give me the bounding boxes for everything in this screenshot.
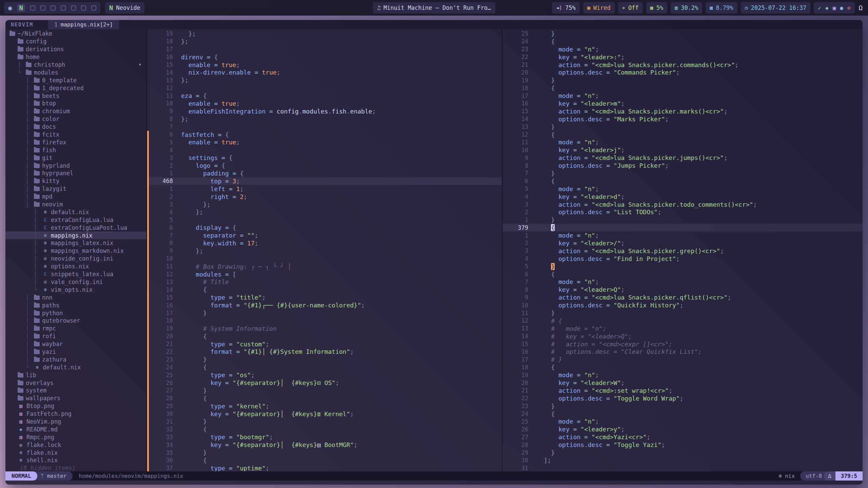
tree-item-git[interactable]: │git — [5, 154, 146, 162]
code-line[interactable]: 29 type = "kernel"; — [147, 402, 502, 410]
tree-item-default-nix[interactable]: └❄default.nix — [5, 363, 146, 371]
tree-item-extraconfigluapost-lua[interactable]: │☾extraConfigLuaPost.lua — [5, 224, 146, 231]
tree-item-mappings-nix[interactable]: │❄mappings.nix — [5, 231, 146, 239]
code-line[interactable]: 3 action = "<cmd>lua Snacks.picker.todo_… — [502, 201, 863, 208]
code-line[interactable]: 5 — [147, 216, 502, 224]
tree-item-derivations[interactable]: derivations — [5, 45, 146, 53]
tree-item-btop[interactable]: │btop — [5, 100, 146, 107]
code-line[interactable]: 1 padding = { — [147, 169, 502, 177]
code-line[interactable]: 379 { — [502, 224, 863, 231]
status-ok-icon[interactable]: ✓ — [818, 5, 821, 11]
tab-mappings-nix[interactable]: 1 mappings.nix[2+] — [48, 20, 119, 29]
code-line[interactable]: 24 { — [147, 363, 502, 371]
tree-item-lazygit[interactable]: │lazygit — [5, 185, 146, 193]
code-line[interactable]: 9 }; — [147, 247, 502, 255]
code-line[interactable]: 6fastfetch = { — [147, 131, 502, 139]
code-line[interactable]: 12 { — [502, 131, 863, 139]
tree-item-neovim[interactable]: │neovim — [5, 201, 146, 208]
code-line[interactable]: 37 type = "uptime"; — [147, 464, 502, 471]
tree-item-rofi[interactable]: │rofi — [5, 332, 146, 340]
code-line[interactable]: 22 key = "<leader>:"; — [502, 53, 863, 61]
code-line[interactable]: 30 key = "{#separator}│ {#keys}≣ Kernel"… — [147, 410, 502, 418]
code-line[interactable]: 7 — [147, 123, 502, 131]
code-line[interactable]: 13}; — [147, 76, 502, 84]
code-line[interactable]: 6 { — [502, 270, 863, 278]
tree-item-flake-lock[interactable]: ◍flake.lock — [5, 441, 146, 449]
tree-item-modules[interactable]: └modules — [5, 68, 146, 76]
code-line[interactable]: 30 ]; — [502, 456, 863, 464]
stat-disk[interactable]: ▩8.79% — [706, 2, 737, 14]
code-line[interactable]: 21 action = "<cmd>:set wrap!<cr>"; — [502, 387, 863, 394]
code-line[interactable]: 22 format = "{#1}│ {#}System Information… — [147, 348, 502, 356]
code-line[interactable]: 10 options.desc = "Quickfix History"; — [502, 301, 863, 309]
tree-item-nixflake[interactable]: ~/NixFlake — [5, 30, 146, 38]
code-line[interactable]: 25 mode = "n"; — [502, 418, 863, 426]
tree-item-config[interactable]: config — [5, 38, 146, 45]
code-line[interactable]: 17 mode = "n"; — [502, 92, 863, 100]
code-line[interactable]: 31 } — [147, 418, 502, 426]
code-line[interactable]: 15 # action = "<cmd>cexpr []<cr>"; — [502, 340, 863, 348]
workspace-empty-5[interactable] — [51, 5, 56, 11]
tree-item-beets[interactable]: │beets — [5, 92, 146, 100]
code-line[interactable]: 21 action = "<cmd>lua Snacks.picker.comm… — [502, 61, 863, 69]
code-line[interactable]: 8 options.desc = "Jumps Picker"; — [502, 162, 863, 169]
tree-item-fcitx[interactable]: │fcitx — [5, 131, 146, 139]
tree-item-extraconfiglua-lua[interactable]: │☾extraConfigLua.lua — [5, 216, 146, 224]
window-title[interactable]: N Neovide — [105, 2, 144, 14]
code-line[interactable]: 5 enable = true; — [147, 138, 502, 146]
stat-network[interactable]: ▣Wired — [583, 2, 615, 14]
tree-item-readme-md[interactable]: ◈README.md — [5, 425, 146, 433]
code-line[interactable]: 11 mode = "n"; — [502, 138, 863, 146]
code-line[interactable]: 26 key = "{#separator}│ {#keys}⊡ OS"; — [147, 379, 502, 387]
stat-memory[interactable]: ▥30.2% — [671, 2, 702, 14]
tree-item-paths[interactable]: │paths — [5, 301, 146, 309]
code-line[interactable]: 5 } — [502, 263, 863, 270]
tree-item-qutebrowser[interactable]: │qutebrowser — [5, 317, 146, 325]
code-line[interactable]: 5 mode = "n"; — [502, 185, 863, 193]
code-line[interactable]: 20 options.desc = "Commands Picker"; — [502, 68, 863, 76]
stat-airplane-mode[interactable]: ✈Off — [618, 2, 643, 14]
code-line[interactable]: 8}; — [147, 115, 502, 123]
notification-bell-icon[interactable]: Ω — [859, 4, 863, 12]
code-line[interactable]: 19 mode = "n"; — [502, 371, 863, 379]
code-line[interactable]: 3 }; — [147, 201, 502, 208]
code-line[interactable]: 4 }; — [147, 208, 502, 216]
code-line[interactable]: 33 type = "bootmgr"; — [147, 433, 502, 441]
code-line[interactable]: 9 enableFishIntegration = config.modules… — [147, 107, 502, 115]
workspace-empty-7[interactable] — [71, 5, 76, 11]
code-line[interactable]: 19 } — [502, 76, 863, 84]
tree-item-snippets-latex-lua[interactable]: │☾snippets_latex.lua — [5, 270, 146, 278]
code-line[interactable]: 18}; — [147, 38, 502, 45]
code-line[interactable]: 19 }; — [147, 30, 502, 38]
tree-item-fastfetch-png[interactable]: ▨FastFetch.png — [5, 410, 146, 418]
code-line[interactable]: 29 } — [502, 449, 863, 456]
code-line[interactable]: 15 type = "title"; — [147, 293, 502, 301]
tree-item-nnn[interactable]: │nnn — [5, 293, 146, 301]
tree-item-shell-nix[interactable]: ❄shell.nix — [5, 456, 146, 464]
code-line[interactable]: 1 left = 1; — [147, 185, 502, 193]
tree-item-overlays[interactable]: overlays — [5, 379, 146, 387]
code-line[interactable]: 23 } — [147, 355, 502, 363]
code-line[interactable]: 13 # Title — [147, 278, 502, 286]
tree-item-yazi[interactable]: │yazi — [5, 348, 146, 356]
tree-item-default-nix[interactable]: │❄default.nix — [5, 208, 146, 216]
code-line[interactable]: 27 } — [147, 387, 502, 394]
workspaces[interactable]: ◉N — [4, 2, 100, 14]
code-line[interactable]: 25 } — [502, 30, 863, 38]
code-line[interactable]: 3 settings = { — [147, 154, 502, 162]
tree-item-hyprpanel[interactable]: │hyprpanel — [5, 169, 146, 177]
editor-pane-right[interactable]: 25 }24 {23 mode = "n";22 key = "<leader>… — [502, 29, 863, 471]
tree-item-system[interactable]: system — [5, 387, 146, 394]
workspace-empty-8[interactable] — [81, 5, 86, 11]
display-icon[interactable]: ▣ — [833, 5, 836, 11]
code-line[interactable]: 7 separator = ""; — [147, 231, 502, 239]
code-line[interactable]: 4 key = "<leader>d"; — [502, 193, 863, 201]
code-line[interactable]: 19 # System Information — [147, 325, 502, 332]
editor-pane-left[interactable]: 19 };18};1716direnv = {15 enable = true;… — [147, 29, 502, 471]
tree-item-waybar[interactable]: │waybar — [5, 340, 146, 348]
code-line[interactable]: 6 { — [502, 177, 863, 185]
tree-item-1-deprecated[interactable]: │1_deprecated — [5, 84, 146, 92]
tree-item-wallpapers[interactable]: wallpapers — [5, 394, 146, 402]
code-line[interactable]: 31 — [502, 464, 863, 471]
code-line[interactable]: 4 — [147, 146, 502, 154]
